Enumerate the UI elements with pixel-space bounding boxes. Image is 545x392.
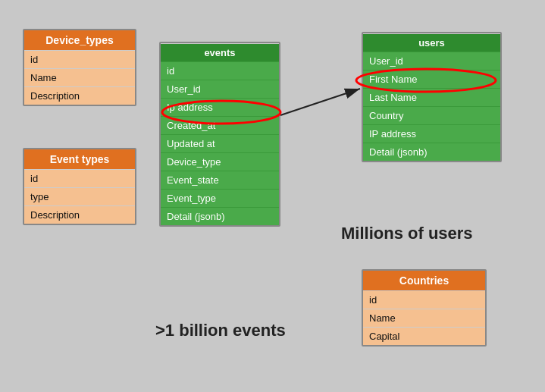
table-row: type (24, 187, 135, 205)
table-row: Detail (jsonb) (161, 207, 279, 225)
table-row: Event_state (161, 171, 279, 189)
device-types-header: Device_types (24, 30, 135, 50)
events-header: events (161, 43, 279, 61)
table-row: id (24, 50, 135, 68)
events-annotation: >1 billion events (155, 321, 286, 340)
table-row: Event_type (161, 189, 279, 207)
table-row: Ip address (161, 98, 279, 116)
table-row: Created_at (161, 116, 279, 134)
table-row: id (24, 169, 135, 187)
users-header: users (363, 33, 500, 52)
table-row: Device_type (161, 152, 279, 171)
table-row: Country (363, 106, 500, 124)
countries-header: Countries (363, 271, 485, 290)
diagram-container: Device_types id Name Description Event t… (0, 0, 545, 392)
svg-line-1 (280, 89, 360, 115)
table-row: id (161, 61, 279, 80)
table-row: Detail (jsonb) (363, 143, 500, 161)
table-row: First Name (363, 70, 500, 88)
event-types-header: Event types (24, 149, 135, 169)
table-row: Description (24, 205, 135, 224)
table-row: id (363, 290, 485, 309)
events-table: events id User_id Ip address Created_at … (159, 42, 280, 227)
table-row: Description (24, 86, 135, 105)
users-annotation: Millions of users (341, 224, 473, 243)
table-row: User_id (363, 52, 500, 70)
device-types-table: Device_types id Name Description (23, 29, 136, 106)
table-row: Name (24, 68, 135, 86)
countries-table: Countries id Name Capital (362, 269, 487, 347)
table-row: IP address (363, 124, 500, 143)
table-row: Name (363, 309, 485, 327)
table-row: Last Name (363, 88, 500, 106)
table-row: User_id (161, 80, 279, 98)
event-types-table: Event types id type Description (23, 148, 136, 225)
table-row: Capital (363, 327, 485, 345)
users-table: users User_id First Name Last Name Count… (362, 32, 502, 162)
table-row: Updated at (161, 134, 279, 152)
